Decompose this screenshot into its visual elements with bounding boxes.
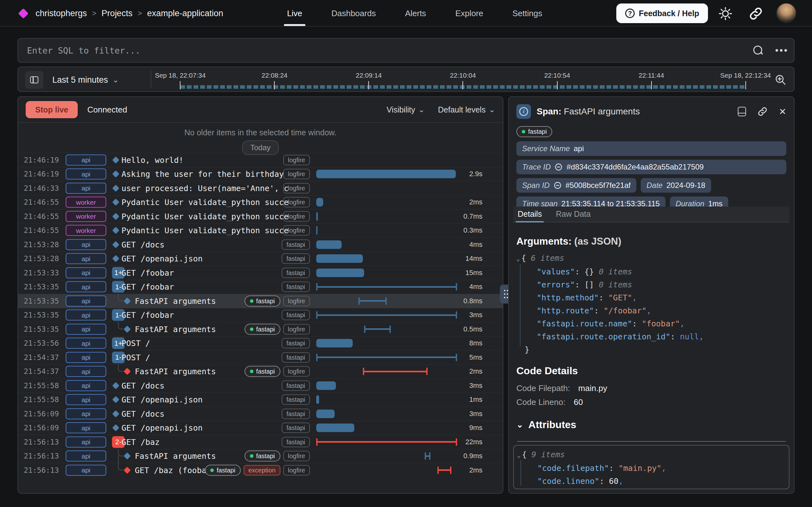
sql-filter-input[interactable] (27, 46, 753, 55)
span-duration-bar (364, 326, 391, 333)
trace-row[interactable]: 21:54:37apiFastAPI argumentsfastapilogfi… (18, 364, 503, 379)
tab-dashboards[interactable]: Dashboards (332, 0, 376, 26)
service-tag-api[interactable]: api (66, 451, 106, 462)
trace-row[interactable]: 21:55:58apiGET /openapi.jsonfastapi1ms (18, 393, 503, 407)
tab-live[interactable]: Live (287, 0, 302, 26)
trace-row[interactable]: 21:56:13apiFastAPI argumentsfastapilogfi… (18, 449, 503, 463)
service-tag-api[interactable]: api (66, 253, 106, 264)
service-tag-api[interactable]: api (66, 281, 106, 292)
trace-row[interactable]: 21:46:33apiuser processed: User(name='An… (18, 181, 503, 195)
sidebar-panel-icon (30, 76, 38, 83)
trace-row[interactable]: 21:56:09apiGET /docsfastapi3ms (18, 406, 503, 421)
tab-explore[interactable]: Explore (455, 0, 483, 26)
service-tag-worker[interactable]: worker (66, 211, 106, 222)
chevron-down-icon[interactable]: ⌄ (517, 452, 520, 458)
trace-row[interactable]: 21:56:13apiGET /baz (foobar)fastapiexcep… (18, 463, 503, 477)
sidebar-toggle-button[interactable] (25, 71, 44, 89)
share-link-button[interactable] (748, 6, 764, 21)
breadcrumb-project[interactable]: example-application (147, 9, 223, 18)
tab-settings[interactable]: Settings (513, 0, 542, 26)
service-tag-worker[interactable]: worker (66, 197, 106, 208)
trace-row[interactable]: 21:53:28apiGET /docsfastapi4ms (18, 237, 503, 251)
close-panel-button[interactable]: ✕ (779, 107, 786, 117)
chevron-down-icon[interactable]: ⌄ (516, 255, 520, 262)
json-token-m: 6 items (526, 253, 564, 263)
trace-row[interactable]: 21:46:55workerPydantic User validate_pyt… (18, 223, 503, 238)
more-options-icon[interactable] (775, 49, 778, 52)
timeline[interactable]: Sep 18, 22:07:3422:08:2422:09:1422:10:04… (158, 67, 770, 93)
row-timestamp: 21:46:55 (24, 226, 59, 234)
service-tag-api[interactable]: api (66, 324, 106, 335)
attributes-json-tree[interactable]: ⌄{ 9 items"code.filepath": "main.py","co… (517, 448, 786, 488)
stop-live-button[interactable]: Stop live (26, 101, 78, 118)
user-avatar[interactable] (776, 3, 796, 23)
logfire-logo-icon[interactable] (18, 8, 29, 19)
visibility-dropdown[interactable]: Visibility ⌄ (387, 105, 425, 114)
trace-row[interactable]: 21:53:28apiGET /openapi.jsonfastapi14ms (18, 251, 503, 266)
trace-row[interactable]: 21:53:33api1+GET /foobarfastapi15ms (18, 266, 503, 280)
span-id-chip[interactable]: Span ID #5008bce5f7fe21af (516, 178, 636, 193)
dock-panel-button[interactable] (738, 107, 746, 116)
span-diamond-icon (112, 227, 119, 234)
trace-row[interactable]: 21:46:19apiHello, world!logfire (18, 153, 503, 167)
service-tag-api[interactable]: api (66, 352, 106, 363)
row-tags: logfire (283, 197, 310, 208)
instrumentation-label: fastapi (256, 297, 275, 304)
trace-row[interactable]: 21:55:58apiGET /docsfastapi3ms (18, 378, 503, 393)
feedback-help-button[interactable]: ? Feedback / Help (616, 3, 708, 23)
trace-row[interactable]: 21:56:09apiGET /openapi.jsonfastapi9ms (18, 421, 503, 435)
json-token-p: {} (585, 267, 594, 276)
service-tag-api[interactable]: api (66, 366, 106, 377)
service-tag-worker[interactable]: worker (66, 225, 106, 236)
service-tag-api[interactable]: api (66, 422, 106, 434)
row-tags: fastapi (282, 352, 310, 362)
dock-panel-icon (738, 107, 746, 116)
detail-tab-raw-data[interactable]: Raw Data (556, 210, 591, 222)
trace-row[interactable]: 21:46:19apiAsking the user for their bir… (18, 167, 503, 181)
live-trace-panel: Stop live Connected Visibility ⌄ Default… (17, 96, 503, 494)
service-tag-api[interactable]: api (66, 239, 106, 250)
arguments-json-tree[interactable]: ⌄{ 6 items"values": {} 0 items"errors": … (516, 251, 786, 356)
trace-row[interactable]: 21:53:56api1+POST /fastapi8ms (18, 336, 503, 350)
trace-row[interactable]: 21:54:37api1-POST /fastapi5ms (18, 350, 503, 364)
span-bar-line (316, 441, 457, 443)
trace-row[interactable]: 21:53:35api1-GET /foobarfastapi3ms (18, 308, 503, 322)
row-tags: fastapi (282, 395, 310, 405)
service-tag-api[interactable]: api (66, 169, 106, 180)
service-tag-api[interactable]: api (66, 295, 106, 306)
search-icon[interactable] (753, 46, 763, 55)
service-tag-api[interactable]: api (66, 182, 106, 193)
service-tag-api[interactable]: api (66, 338, 106, 349)
instrumentation-label: fastapi (256, 452, 275, 460)
service-tag-api[interactable]: api (66, 380, 106, 391)
service-tag-api[interactable]: api (66, 309, 106, 321)
time-range-selector[interactable]: Last 5 minutes ⌄ (52, 67, 119, 93)
trace-row[interactable]: 21:53:35api1-GET /foobarfastapi4ms (18, 280, 503, 294)
copy-link-button[interactable] (757, 106, 768, 117)
service-tag-api[interactable]: api (66, 408, 106, 419)
attributes-toggle[interactable]: ⌄ Attributes (516, 419, 576, 431)
service-tag-api[interactable]: api (66, 394, 106, 405)
tab-alerts[interactable]: Alerts (405, 0, 426, 26)
breadcrumb-projects[interactable]: Projects (101, 9, 133, 18)
json-line: ⌄{ 6 items (516, 251, 786, 265)
breadcrumb-org[interactable]: christophergs (36, 9, 87, 18)
trace-row[interactable]: 21:46:55workerPydantic User validate_pyt… (18, 195, 503, 210)
json-token-k: "code.filepath" (537, 464, 609, 473)
service-tag-api[interactable]: api (66, 154, 106, 165)
service-tag-api[interactable]: api (66, 267, 106, 278)
timeline-zoom-button[interactable] (774, 73, 787, 86)
detail-tab-details[interactable]: Details (518, 210, 542, 222)
span-message: GET /baz (121, 437, 159, 447)
trace-row[interactable]: 21:53:35apiFastAPI argumentsfastapilogfi… (18, 294, 503, 308)
service-tag-api[interactable]: api (66, 436, 106, 447)
theme-toggle-button[interactable] (717, 6, 733, 21)
trace-row[interactable]: 21:56:13api2-GET /bazfastapi22ms (18, 435, 503, 449)
span-diamond-icon (112, 213, 119, 220)
trace-id-chip[interactable]: Trace ID #d834c3374dd6fa2e4aa82a55ab2175… (516, 160, 786, 174)
service-tag-api[interactable]: api (66, 464, 106, 475)
json-line: "fastapi.route.operation_id": null, (516, 330, 786, 343)
trace-row[interactable]: 21:46:55workerPydantic User validate_pyt… (18, 209, 503, 223)
trace-row[interactable]: 21:53:35apiFastAPI argumentsfastapilogfi… (18, 322, 503, 336)
default-levels-dropdown[interactable]: Default levels ⌄ (438, 105, 495, 114)
